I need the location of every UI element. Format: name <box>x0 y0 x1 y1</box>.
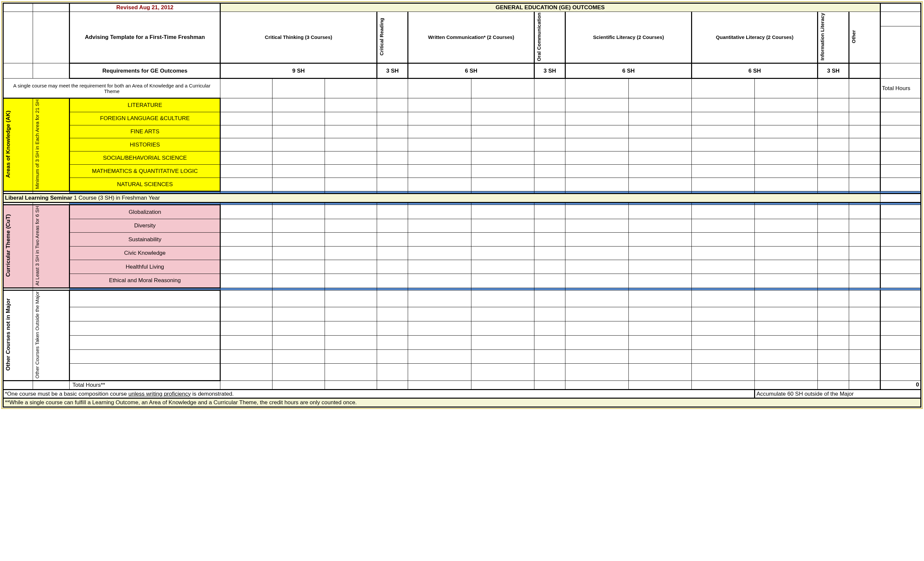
req-label: Requirements for GE Outcomes <box>70 63 220 78</box>
col-critical-thinking: Critical Thinking (3 Courses) <box>220 12 377 63</box>
revised-date: Revised Aug 21, 2012 <box>70 3 220 12</box>
ak-row: FINE ARTS <box>70 125 220 138</box>
footnote-accumulate: Accumulate 60 SH outside of the Major <box>755 390 921 398</box>
total-hours-label: Total Hours** <box>70 381 220 390</box>
ak-row: NATURAL SCIENCES <box>70 177 220 191</box>
sh-written: 6 SH <box>408 63 534 78</box>
total-hours-value: 0 <box>880 381 921 390</box>
col-written-comm: Written Communication* (2 Courses) <box>408 12 534 63</box>
ak-section-label: Areas of Knowledge (AK) <box>3 98 33 191</box>
sh-info: 3 SH <box>818 63 849 78</box>
sh-quant: 6 SH <box>692 63 818 78</box>
col-critical-reading: Critical Reading <box>377 12 408 63</box>
cut-row: Ethical and Moral Reasoning <box>70 274 220 288</box>
cut-row: Diversity <box>70 219 220 232</box>
ak-row: FOREIGN LANGUAGE &CULTURE <box>70 112 220 125</box>
other-sub-label: Other Courses Taken Outside the Major <box>33 290 70 381</box>
cut-row: Sustainability <box>70 233 220 246</box>
footnote-composition: *One course must be a basic composition … <box>3 390 755 398</box>
ak-req-label: Minimum of 3 SH in Each Area for 21 SH <box>33 98 70 191</box>
ak-row: LITERATURE <box>70 98 220 112</box>
total-hours-header: Total Hours <box>880 78 921 98</box>
advising-title: Advising Template for a First-Time Fresh… <box>70 12 220 63</box>
col-other: Other <box>849 12 880 63</box>
col-oral-comm: Oral Communication <box>534 12 566 63</box>
col-info-literacy: Information Literacy <box>818 12 849 63</box>
sh-critical-reading: 3 SH <box>377 63 408 78</box>
ak-row: HISTORIES <box>70 138 220 152</box>
ge-outcomes-title: GENERAL EDUCATION (GE) OUTCOMES <box>220 3 880 12</box>
advising-grid: Revised Aug 21, 2012 GENERAL EDUCATION (… <box>3 3 921 408</box>
ak-row: MATHEMATICS & QUANTITATIVE LOGIC <box>70 164 220 177</box>
footnote-credit-hours: **While a single course can fulfill a Le… <box>3 398 921 407</box>
cut-row: Healthful Living <box>70 260 220 274</box>
cut-row: Civic Knowledge <box>70 246 220 260</box>
cut-row: Globalization <box>70 205 220 219</box>
cut-req-label: At Least 3 SH in Two Areas for 6 SH <box>33 205 70 288</box>
other-section-label: Other Courses not in Major <box>3 290 33 381</box>
sh-scientific: 6 SH <box>566 63 692 78</box>
col-quantitative: Quantitative Literacy (2 Courses) <box>692 12 818 63</box>
sh-critical-thinking: 9 SH <box>220 63 377 78</box>
course-note: A single course may meet the requirement… <box>3 78 220 98</box>
lls-row: Liberal Learning Seminar 1 Course (3 SH)… <box>3 194 880 203</box>
col-scientific: Scientific Literacy (2 Courses) <box>566 12 692 63</box>
cut-section-label: Curricular Theme (CuT) <box>3 205 33 288</box>
ak-row: SOCIAL/BEHAVORIAL SCIENCE <box>70 152 220 165</box>
sh-oral: 3 SH <box>534 63 566 78</box>
